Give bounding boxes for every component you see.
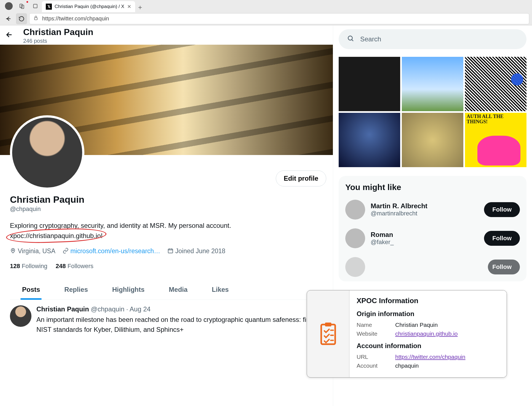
avatar-icon bbox=[345, 200, 365, 220]
tab-close-button[interactable]: ✕ bbox=[127, 4, 131, 10]
suggestion-name: Roman bbox=[371, 231, 394, 239]
lock-icon bbox=[33, 15, 38, 22]
workspaces-icon bbox=[19, 3, 25, 9]
tab-replies[interactable]: Replies bbox=[52, 280, 100, 300]
tab-posts[interactable]: Posts bbox=[10, 280, 52, 300]
address-bar[interactable]: https://twitter.com/chpaquin bbox=[29, 13, 529, 24]
yml-title: You might like bbox=[339, 183, 526, 195]
xpoc-row: Account chpaquin bbox=[357, 361, 499, 370]
back-arrow-button[interactable] bbox=[6, 31, 13, 41]
link-icon bbox=[63, 248, 69, 255]
tab-actions-button[interactable] bbox=[29, 1, 41, 11]
media-thumb[interactable] bbox=[465, 113, 526, 167]
xpoc-key: URL bbox=[357, 354, 395, 360]
edit-profile-button[interactable]: Edit profile bbox=[276, 170, 326, 186]
suggestion-handle: @martinralbrecht bbox=[371, 210, 427, 217]
xpoc-value: christianpaquin.github.io bbox=[395, 330, 458, 337]
followers-label: Followers bbox=[68, 263, 93, 269]
tab-active[interactable]: 𝕏 Christian Paquin (@chpaquin) / X ✕ bbox=[42, 1, 135, 12]
xpoc-row: URL https://twitter.com/chpaquin bbox=[357, 352, 499, 361]
profile-column: Christian Paquin 246 posts Edit profile … bbox=[0, 25, 333, 406]
search-icon bbox=[347, 35, 354, 44]
following[interactable]: 128 Following bbox=[10, 263, 47, 270]
xpoc-value: chpaquin bbox=[395, 362, 419, 369]
follow-button[interactable]: Follow bbox=[484, 202, 520, 217]
calendar-icon bbox=[167, 248, 173, 255]
avatar-icon bbox=[345, 228, 365, 248]
media-thumb[interactable] bbox=[465, 57, 526, 111]
tab-media[interactable]: Media bbox=[157, 280, 200, 300]
tab-title: Christian Paquin (@chpaquin) / X bbox=[55, 4, 124, 9]
media-thumb[interactable] bbox=[339, 113, 400, 167]
bio-text: Exploring cryptography, security, and id… bbox=[10, 222, 231, 229]
page-title: Christian Paquin bbox=[23, 27, 93, 37]
location-text: Virginia, USA bbox=[18, 247, 55, 255]
following-count: 128 bbox=[10, 263, 20, 269]
suggestion-name: Martin R. Albrecht bbox=[371, 202, 427, 210]
xpoc-content: XPOC Information Origin information Name… bbox=[349, 290, 507, 377]
media-grid bbox=[339, 57, 526, 167]
suggestion-text: Roman @faker_ bbox=[371, 231, 394, 246]
media-thumb[interactable] bbox=[402, 113, 463, 167]
tweet[interactable]: Christian Paquin @chpaquin · Aug 24 An i… bbox=[0, 300, 333, 335]
profile-tabs: Posts Replies Highlights Media Likes bbox=[10, 280, 323, 300]
suggestion[interactable]: Roman @faker_ Follow bbox=[339, 224, 526, 253]
tab-likes[interactable]: Likes bbox=[200, 280, 241, 300]
arrow-left-icon bbox=[6, 31, 13, 39]
tweet-body: An important milestone has been reached … bbox=[36, 315, 323, 335]
post-count: 246 posts bbox=[23, 38, 93, 44]
profile-banner[interactable] bbox=[0, 45, 333, 155]
reload-icon bbox=[18, 16, 25, 22]
follow-counts: 128 Following 248 Followers bbox=[10, 263, 323, 270]
media-thumb[interactable] bbox=[402, 57, 463, 111]
tab-strip: 𝕏 Christian Paquin (@chpaquin) / X ✕ ＋ bbox=[0, 0, 532, 12]
svg-rect-2 bbox=[33, 4, 37, 8]
svg-rect-8 bbox=[325, 322, 331, 326]
suggestion[interactable]: Martin R. Albrecht @martinralbrecht Foll… bbox=[339, 195, 526, 224]
svg-rect-5 bbox=[168, 249, 173, 253]
profile-header: Christian Paquin 246 posts bbox=[0, 25, 333, 45]
page: Christian Paquin 246 posts Edit profile … bbox=[0, 25, 532, 406]
followers-count: 248 bbox=[56, 263, 66, 269]
avatar-icon bbox=[5, 2, 13, 10]
xpoc-icon-col bbox=[307, 290, 349, 377]
new-tab-button[interactable]: ＋ bbox=[135, 2, 145, 12]
xpoc-url-link[interactable]: https://twitter.com/chpaquin bbox=[395, 354, 465, 360]
avatar-icon bbox=[345, 257, 365, 277]
handle: @chpaquin bbox=[10, 205, 323, 213]
profile-button[interactable] bbox=[3, 1, 15, 11]
xpoc-value: https://twitter.com/chpaquin bbox=[395, 354, 465, 360]
you-might-like: You might like Martin R. Albrecht @marti… bbox=[339, 176, 526, 281]
xpoc-key: Account bbox=[357, 362, 395, 369]
search-input[interactable]: Search bbox=[339, 29, 526, 49]
xpoc-origin-heading: Origin information bbox=[357, 310, 499, 318]
tweet-author: Christian Paquin bbox=[36, 305, 89, 313]
profile-body: Edit profile Christian Paquin @chpaquin … bbox=[0, 155, 333, 300]
joined: Joined June 2018 bbox=[167, 247, 225, 255]
tweet-header: Christian Paquin @chpaquin · Aug 24 bbox=[36, 305, 323, 313]
xpoc-key: Name bbox=[357, 322, 395, 328]
media-thumb[interactable] bbox=[339, 57, 400, 111]
bio: Exploring cryptography, security, and id… bbox=[10, 220, 323, 241]
workspaces-button[interactable] bbox=[16, 1, 28, 11]
svg-point-4 bbox=[12, 250, 14, 251]
website-link: microsoft.com/en-us/research… bbox=[70, 247, 160, 255]
follow-button[interactable]: Follow bbox=[488, 260, 520, 274]
follow-button[interactable]: Follow bbox=[484, 231, 520, 246]
tab-highlights[interactable]: Highlights bbox=[100, 280, 157, 300]
xpoc-website-link[interactable]: christianpaquin.github.io bbox=[395, 330, 458, 337]
back-button[interactable] bbox=[3, 13, 14, 24]
tweet-content: Christian Paquin @chpaquin · Aug 24 An i… bbox=[36, 305, 323, 335]
reload-button[interactable] bbox=[16, 13, 27, 24]
followers[interactable]: 248 Followers bbox=[56, 263, 93, 270]
suggestion-text: Martin R. Albrecht @martinralbrecht bbox=[371, 202, 427, 217]
website[interactable]: microsoft.com/en-us/research… bbox=[63, 247, 160, 255]
following-label: Following bbox=[22, 263, 47, 269]
suggestion[interactable]: Follow bbox=[339, 253, 526, 281]
arrow-left-icon bbox=[5, 15, 12, 22]
tweet-handle: @chpaquin bbox=[91, 305, 124, 313]
x-logo-icon: 𝕏 bbox=[46, 4, 52, 10]
tweet-avatar[interactable] bbox=[10, 305, 31, 327]
browser-chrome: 𝕏 Christian Paquin (@chpaquin) / X ✕ ＋ h… bbox=[0, 0, 532, 25]
xpoc-row: Name Christian Paquin bbox=[357, 320, 499, 329]
